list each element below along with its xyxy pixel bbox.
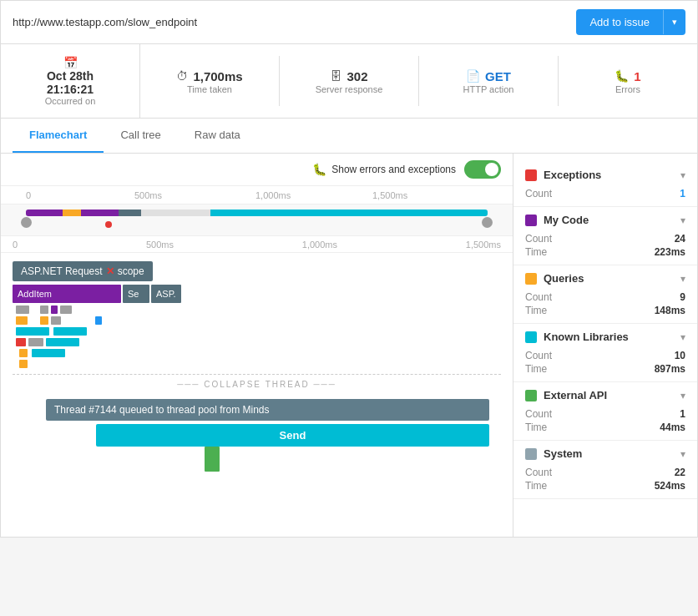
panel-exceptions-header[interactable]: Exceptions ▾ bbox=[525, 169, 685, 181]
flame-area: ASP.NET Request ✕ scope AddItem Se ASP. bbox=[1, 253, 513, 537]
system-title: System bbox=[544, 447, 582, 460]
url-bar: http://www.testapp.com/slow_endpoint Add… bbox=[1, 1, 697, 44]
d-bar bbox=[40, 316, 48, 325]
panel-externalapi-header[interactable]: External API ▾ bbox=[525, 389, 685, 401]
detail-row-5 bbox=[16, 348, 501, 358]
d-bar bbox=[53, 327, 87, 336]
flamechart-toolbar: 🐛 Show errors and exceptions bbox=[1, 154, 513, 186]
system-count-row: Count 22 bbox=[525, 467, 685, 478]
panel-externalapi: External API ▾ Count 1 Time 44ms bbox=[513, 382, 697, 441]
stat-http-label: HTTP action bbox=[463, 84, 514, 94]
stat-http: 📄 GET HTTP action bbox=[419, 56, 559, 106]
d-bar bbox=[51, 316, 61, 325]
knownlibs-count-row: Count 10 bbox=[525, 350, 685, 361]
system-details: Count 22 Time 524ms bbox=[525, 460, 685, 492]
thread-bar[interactable]: Thread #7144 queued to thread pool from … bbox=[46, 399, 489, 421]
flame-se-bar[interactable]: Se bbox=[123, 285, 149, 303]
externalapi-chevron-icon[interactable]: ▾ bbox=[680, 390, 685, 401]
panel-queries: Queries ▾ Count 9 Time 148ms bbox=[513, 265, 697, 324]
externalapi-count-row: Count 1 bbox=[525, 408, 685, 420]
knownlibs-time-value: 897ms bbox=[655, 363, 685, 375]
send-bar[interactable]: Send bbox=[96, 424, 489, 447]
exceptions-title: Exceptions bbox=[544, 169, 601, 181]
right-panel: Exceptions ▾ Count 1 My Code bbox=[513, 154, 697, 537]
asp-net-close-icon[interactable]: ✕ bbox=[106, 265, 114, 277]
mycode-count-row: Count 24 bbox=[525, 233, 685, 245]
stat-http-value: GET bbox=[485, 69, 511, 83]
flame-additem-bar[interactable]: AddItem bbox=[13, 285, 121, 303]
panel-knownlibs-header[interactable]: Known Libraries ▾ bbox=[525, 331, 685, 343]
queries-count-value: 9 bbox=[680, 291, 685, 303]
url-text: http://www.testapp.com/slow_endpoint bbox=[13, 16, 197, 28]
add-issue-dropdown-arrow[interactable]: ▾ bbox=[663, 10, 685, 34]
exceptions-count-row: Count 1 bbox=[525, 188, 685, 199]
knownlibs-chevron-icon[interactable]: ▾ bbox=[680, 331, 685, 343]
stat-response-label: Server response bbox=[316, 84, 383, 94]
asp-net-scope-label: scope bbox=[118, 265, 144, 277]
flame-additem-label: AddItem bbox=[18, 289, 52, 299]
d-bar bbox=[16, 327, 49, 336]
asp-net-bar[interactable]: ASP.NET Request ✕ scope bbox=[13, 261, 153, 281]
stat-time-label: Time taken bbox=[187, 84, 232, 94]
tab-rawdata[interactable]: Raw data bbox=[178, 119, 257, 153]
tabs-bar: Flamechart Call tree Raw data bbox=[1, 119, 697, 154]
mycode-title: My Code bbox=[544, 214, 589, 226]
timeline-ruler-top: 0 500ms 1,000ms 1,500ms bbox=[1, 186, 513, 204]
tab-calltree[interactable]: Call tree bbox=[104, 119, 177, 153]
d-bar bbox=[46, 338, 79, 346]
exceptions-chevron-icon[interactable]: ▾ bbox=[680, 169, 685, 181]
panel-system: System ▾ Count 22 Time 524ms bbox=[513, 441, 697, 499]
system-chevron-icon[interactable]: ▾ bbox=[680, 448, 685, 460]
externalapi-time-row: Time 44ms bbox=[525, 422, 685, 433]
ruler-mark-500: 500ms bbox=[134, 190, 162, 200]
mycode-chevron-icon[interactable]: ▾ bbox=[680, 215, 685, 226]
ruler-mark-1500: 1,500ms bbox=[372, 190, 407, 200]
ruler-mark-1000: 1,000ms bbox=[255, 190, 291, 200]
tab-flamechart[interactable]: Flamechart bbox=[13, 119, 104, 153]
mycode-time-row: Time 223ms bbox=[525, 246, 685, 258]
asp-net-label: ASP.NET Request bbox=[21, 265, 103, 277]
timeline-ruler-bottom: 0 500ms 1,000ms 1,500ms bbox=[1, 236, 513, 253]
panel-knownlibs: Known Libraries ▾ Count 10 Time 897ms bbox=[513, 324, 697, 382]
mycode-time-value: 223ms bbox=[655, 246, 685, 258]
mycode-time-label: Time bbox=[525, 246, 547, 258]
stat-date-label: Occurred on bbox=[45, 96, 96, 106]
minimap-area[interactable] bbox=[1, 204, 513, 236]
detail-row-3 bbox=[16, 326, 501, 336]
stat-errors-label: Errors bbox=[615, 84, 640, 94]
system-time-row: Time 524ms bbox=[525, 480, 685, 492]
externalapi-count-value: 1 bbox=[680, 408, 685, 420]
detail-row-2 bbox=[16, 316, 501, 326]
collapse-thread[interactable]: ─── COLLAPSE THREAD ─── bbox=[13, 374, 501, 394]
d-bar bbox=[60, 305, 72, 314]
knownlibs-details: Count 10 Time 897ms bbox=[525, 343, 685, 375]
system-count-label: Count bbox=[525, 467, 552, 478]
panel-queries-header[interactable]: Queries ▾ bbox=[525, 272, 685, 285]
mycode-details: Count 24 Time 223ms bbox=[525, 226, 685, 258]
d-bar bbox=[19, 349, 28, 357]
show-errors-toggle[interactable] bbox=[464, 160, 501, 179]
exceptions-count-value: 1 bbox=[680, 188, 685, 199]
flamechart-area: 🐛 Show errors and exceptions 0 500ms 1,0… bbox=[1, 154, 513, 537]
externalapi-count-label: Count bbox=[525, 408, 552, 420]
stats-bar: 📅 Oct 28th21:16:21 Occurred on ⏱ 1,700ms… bbox=[1, 44, 697, 119]
externalapi-time-label: Time bbox=[525, 422, 547, 433]
add-issue-button[interactable]: Add to issue ▾ bbox=[576, 9, 685, 35]
bug-icon: 🐛 bbox=[615, 69, 629, 83]
queries-count-label: Count bbox=[525, 291, 552, 303]
knownlibs-count-label: Count bbox=[525, 350, 552, 361]
externalapi-details: Count 1 Time 44ms bbox=[525, 401, 685, 433]
system-count-value: 22 bbox=[675, 467, 685, 478]
flame-asp-bar[interactable]: ASP. bbox=[151, 285, 181, 303]
knownlibs-title: Known Libraries bbox=[544, 331, 629, 343]
d-bar bbox=[95, 316, 102, 325]
panel-system-header[interactable]: System ▾ bbox=[525, 447, 685, 460]
panel-mycode: My Code ▾ Count 24 Time 223ms bbox=[513, 207, 697, 265]
stat-response-value: 302 bbox=[346, 69, 367, 83]
clock-icon: ⏱ bbox=[176, 69, 188, 83]
stat-time-value: 1,700ms bbox=[193, 69, 242, 83]
queries-title: Queries bbox=[544, 272, 584, 285]
ruler2-mark-1500: 1,500ms bbox=[466, 240, 501, 250]
queries-chevron-icon[interactable]: ▾ bbox=[680, 273, 685, 285]
panel-mycode-header[interactable]: My Code ▾ bbox=[525, 214, 685, 226]
